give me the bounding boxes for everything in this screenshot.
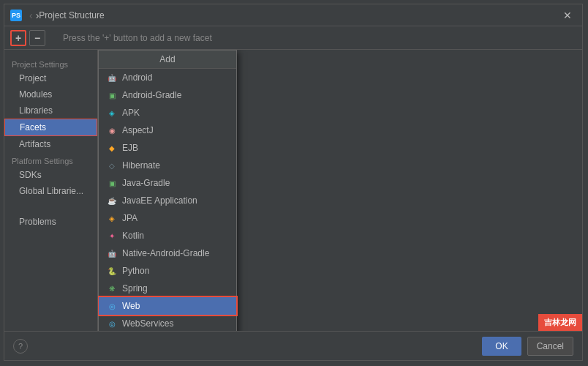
app-icon: PS xyxy=(10,10,22,21)
dropdown-item-webservices[interactable]: ◎ WebServices xyxy=(99,315,236,331)
other-label xyxy=(4,199,97,214)
dropdown-item-python[interactable]: 🐍 Python xyxy=(99,262,236,280)
sidebar-item-libraries[interactable]: Libraries xyxy=(4,102,97,119)
python-label: Python xyxy=(122,266,149,276)
kotlin-label: Kotlin xyxy=(122,231,144,241)
sidebar-item-sdks[interactable]: SDKs xyxy=(4,167,97,183)
sidebar: Project Settings Project Modules Librari… xyxy=(4,50,98,331)
toolbar: + − Press the '+' button to add a new fa… xyxy=(4,26,582,50)
spring-icon: ❋ xyxy=(106,283,118,294)
webservices-icon: ◎ xyxy=(106,318,118,329)
android-label: Android xyxy=(122,72,152,83)
sidebar-item-problems[interactable]: Problems xyxy=(4,214,97,230)
apk-label: APK xyxy=(122,108,140,118)
aspectj-label: AspectJ xyxy=(122,125,154,135)
python-icon: 🐍 xyxy=(106,265,118,277)
dropdown-header: Add xyxy=(99,51,236,69)
aspectj-icon: ◉ xyxy=(106,124,118,136)
content-area: Project Settings Project Modules Librari… xyxy=(4,50,582,331)
javaee-icon: ☕ xyxy=(106,195,118,206)
footer: ? OK Cancel xyxy=(4,331,582,360)
dropdown-item-kotlin[interactable]: ✦ Kotlin xyxy=(99,227,236,244)
dropdown-item-aspectj[interactable]: ◉ AspectJ xyxy=(99,122,236,139)
native-label: Native-Android-Gradle xyxy=(122,248,209,258)
dropdown-item-native[interactable]: 🤖 Native-Android-Gradle xyxy=(99,244,236,262)
help-button[interactable]: ? xyxy=(13,339,28,354)
project-structure-dialog: PS ‹ › Project Structure ✕ + − Press the… xyxy=(4,4,583,361)
android-gradle-label: Android-Gradle xyxy=(122,90,181,100)
ejb-icon: ◆ xyxy=(106,142,118,154)
kotlin-icon: ✦ xyxy=(106,230,118,242)
cancel-button[interactable]: Cancel xyxy=(527,337,573,356)
webservices-label: WebServices xyxy=(122,318,173,329)
dropdown-item-hibernate[interactable]: ◇ Hibernate xyxy=(99,157,236,174)
dropdown-item-spring[interactable]: ❋ Spring xyxy=(99,280,236,297)
hibernate-label: Hibernate xyxy=(122,160,160,171)
platform-settings-label: Platform Settings xyxy=(4,152,97,167)
dialog-title: Project Structure xyxy=(39,10,559,20)
javaee-label: JavaEE Application xyxy=(122,195,197,206)
native-icon: 🤖 xyxy=(106,247,118,259)
dropdown-item-android-gradle[interactable]: ▣ Android-Gradle xyxy=(99,86,236,104)
sidebar-item-project[interactable]: Project xyxy=(4,70,97,86)
dropdown-item-apk[interactable]: ◈ APK xyxy=(99,104,236,122)
nav-arrows: ‹ › xyxy=(29,10,39,21)
footer-left: ? xyxy=(13,339,28,354)
ok-button[interactable]: OK xyxy=(482,337,521,356)
main-area: Add 🤖 Android ▣ Android-Gradle ◈ APK ◉ A… xyxy=(98,50,582,331)
add-dropdown: Add 🤖 Android ▣ Android-Gradle ◈ APK ◉ A… xyxy=(98,50,237,331)
dropdown-item-web[interactable]: ◎ Web xyxy=(99,297,236,315)
spring-label: Spring xyxy=(122,283,148,294)
dropdown-item-jpa[interactable]: ◈ JPA xyxy=(99,209,236,227)
hibernate-icon: ◇ xyxy=(106,160,118,171)
project-settings-label: Project Settings xyxy=(4,56,97,70)
sidebar-item-modules[interactable]: Modules xyxy=(4,86,97,102)
jpa-icon: ◈ xyxy=(106,212,118,224)
sidebar-item-artifacts[interactable]: Artifacts xyxy=(4,136,97,152)
web-icon: ◎ xyxy=(106,300,118,312)
sidebar-item-facets[interactable]: Facets xyxy=(4,119,97,136)
ejb-label: EJB xyxy=(122,143,138,153)
toolbar-hint: Press the '+' button to add a new facet xyxy=(63,33,212,43)
apk-icon: ◈ xyxy=(106,107,118,119)
watermark: 吉林龙网 xyxy=(538,314,582,331)
web-label: Web xyxy=(122,301,140,311)
java-gradle-icon: ▣ xyxy=(106,177,118,189)
dropdown-item-javaee[interactable]: ☕ JavaEE Application xyxy=(99,192,236,209)
dropdown-item-android[interactable]: 🤖 Android xyxy=(99,69,236,86)
jpa-label: JPA xyxy=(122,213,137,223)
footer-right: OK Cancel xyxy=(482,337,573,356)
android-gradle-icon: ▣ xyxy=(106,89,118,101)
title-bar: PS ‹ › Project Structure ✕ xyxy=(4,4,582,26)
close-button[interactable]: ✕ xyxy=(559,8,576,23)
add-button[interactable]: + xyxy=(10,30,26,46)
dropdown-item-java-gradle[interactable]: ▣ Java-Gradle xyxy=(99,174,236,192)
android-icon: 🤖 xyxy=(106,72,118,83)
java-gradle-label: Java-Gradle xyxy=(122,178,170,188)
dropdown-item-ejb[interactable]: ◆ EJB xyxy=(99,139,236,157)
back-arrow[interactable]: ‹ xyxy=(29,10,33,21)
sidebar-item-global-libraries[interactable]: Global Librarie... xyxy=(4,183,97,199)
remove-button[interactable]: − xyxy=(29,30,45,46)
